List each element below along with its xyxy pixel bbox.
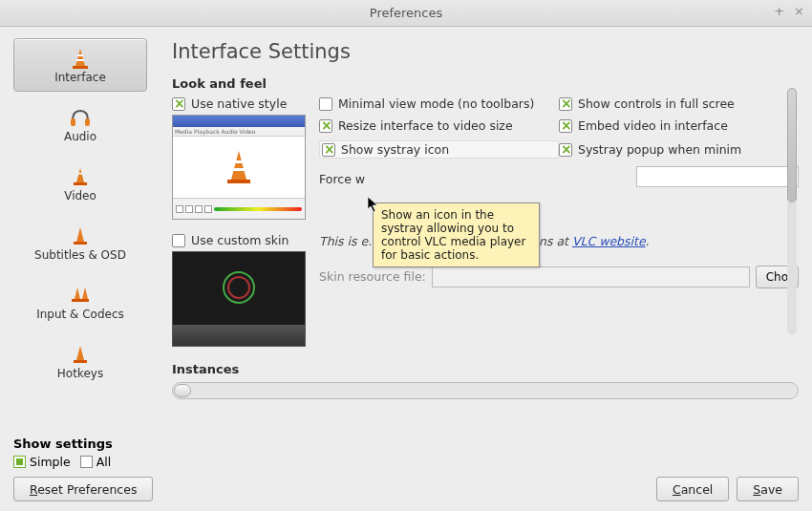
checkbox-label: Use custom skin (191, 233, 288, 247)
category-label: Input & Codecs (36, 308, 124, 321)
cone-icon (66, 283, 95, 308)
checkbox-icon (559, 143, 572, 157)
save-button[interactable]: Save (737, 477, 799, 501)
checkbox-label: Resize interface to video size (338, 118, 513, 133)
svg-marker-11 (75, 287, 80, 299)
checkbox-label: Systray popup when minim (578, 142, 741, 157)
radio-all[interactable]: All (80, 455, 112, 469)
svg-marker-14 (76, 346, 84, 360)
checkbox-show-systray[interactable]: Show systray icon (319, 140, 559, 159)
checkbox-label: Show controls in full scree (578, 96, 735, 111)
svg-marker-0 (75, 49, 85, 66)
checkbox-icon (559, 97, 572, 111)
svg-rect-5 (85, 118, 90, 126)
svg-rect-18 (233, 168, 245, 171)
checkbox-label: Use native style (191, 96, 287, 111)
category-label: Video (64, 189, 96, 202)
svg-rect-3 (73, 66, 88, 69)
checkbox-icon (172, 234, 185, 247)
show-settings-group: Show settings Simple All (13, 436, 113, 469)
svg-rect-7 (78, 173, 83, 175)
svg-rect-13 (72, 299, 89, 302)
category-interface[interactable]: Interface (13, 38, 147, 92)
checkbox-label: Embed video in interface (578, 118, 728, 133)
radio-icon (80, 456, 93, 468)
cone-icon (66, 224, 95, 248)
horizontal-scrollbar[interactable] (172, 382, 799, 399)
checkbox-label: Minimal view mode (no toolbars) (338, 96, 534, 111)
skin-resource-input[interactable] (432, 266, 750, 287)
svg-rect-1 (77, 54, 83, 56)
tooltip: Show an icon in the systray allowing you… (373, 202, 540, 267)
category-audio[interactable]: Audio (13, 97, 147, 151)
cancel-button[interactable]: Cancel (656, 477, 729, 501)
category-hotkeys[interactable]: Hotkeys (13, 334, 147, 388)
page-title: Interface Settings (172, 40, 799, 63)
checkbox-icon (559, 119, 572, 133)
svg-rect-2 (76, 59, 84, 61)
svg-marker-9 (76, 227, 84, 242)
checkbox-minimal-view[interactable]: Minimal view mode (no toolbars) (319, 96, 559, 111)
category-video[interactable]: Video (13, 157, 147, 210)
vertical-scrollbar[interactable] (787, 88, 797, 335)
window-minimize-icon[interactable]: + (774, 4, 784, 18)
cone-icon (66, 46, 95, 71)
cone-icon (66, 342, 95, 367)
svg-marker-16 (231, 151, 246, 180)
svg-rect-10 (74, 242, 87, 245)
svg-rect-17 (234, 160, 244, 163)
checkbox-use-native-style[interactable]: Use native style (172, 96, 306, 111)
checkbox-icon (172, 97, 185, 111)
svg-marker-6 (76, 168, 84, 182)
section-instances: Instances (172, 362, 799, 376)
window-title: Preferences (370, 6, 442, 20)
custom-skin-preview (172, 251, 306, 347)
titlebar: Preferences + × (0, 0, 812, 27)
main-panel: Interface Settings Look and feel Use nat… (164, 38, 799, 440)
section-look-and-feel: Look and feel (172, 76, 799, 91)
checkbox-embed-video[interactable]: Embed video in interface (559, 118, 799, 133)
window-close-icon[interactable]: × (794, 4, 804, 18)
checkbox-label: Show systray icon (341, 142, 449, 157)
radio-icon (13, 456, 26, 468)
category-subtitles[interactable]: Subtitles & OSD (13, 216, 147, 269)
vlc-skins-link[interactable]: VLC website (572, 234, 646, 248)
svg-marker-12 (82, 287, 88, 299)
category-input-codecs[interactable]: Input & Codecs (13, 275, 147, 329)
checkbox-icon (322, 143, 335, 157)
skin-resource-label: Skin resource file: (319, 269, 426, 284)
category-label: Hotkeys (57, 367, 103, 380)
checkbox-show-controls-fullscreen[interactable]: Show controls in full scree (559, 96, 799, 111)
checkbox-use-custom-skin[interactable]: Use custom skin (172, 233, 306, 247)
reset-preferences-button[interactable]: Reset Preferences (13, 477, 153, 501)
native-style-preview: Media Playback Audio Video (172, 115, 306, 220)
svg-rect-15 (74, 360, 87, 363)
headphones-icon (66, 105, 95, 130)
svg-rect-19 (227, 180, 250, 183)
radio-simple[interactable]: Simple (13, 455, 71, 469)
svg-rect-4 (71, 118, 75, 126)
checkbox-icon (319, 97, 332, 111)
show-settings-label: Show settings (13, 436, 113, 451)
force-window-style-input[interactable] (636, 166, 799, 187)
category-label: Audio (64, 130, 96, 143)
category-label: Subtitles & OSD (34, 248, 126, 262)
checkbox-resize-to-video[interactable]: Resize interface to video size (319, 118, 559, 133)
category-label: Interface (54, 71, 106, 84)
force-window-style-label: Force w (319, 172, 365, 186)
category-sidebar: Interface Audio Video (13, 38, 164, 440)
svg-rect-8 (74, 182, 87, 185)
cone-icon (66, 164, 95, 189)
checkbox-icon (319, 119, 332, 133)
checkbox-systray-popup[interactable]: Systray popup when minim (559, 140, 799, 159)
